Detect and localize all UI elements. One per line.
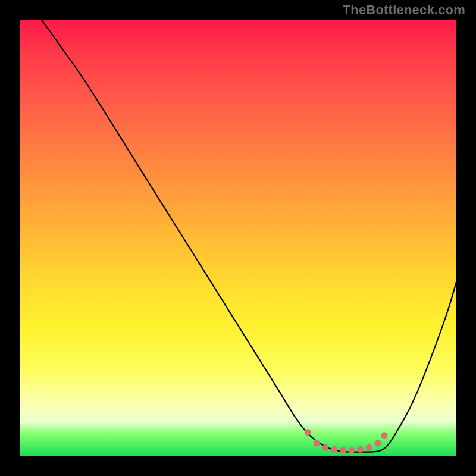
marker-dot — [340, 447, 346, 453]
optimal-range-markers — [20, 20, 456, 456]
marker-dot — [348, 447, 355, 453]
watermark-text: TheBottleneck.com — [343, 2, 465, 18]
marker-dot — [314, 440, 320, 447]
marker-dot — [331, 446, 337, 453]
marker-dot — [322, 444, 328, 451]
marker-dot — [366, 444, 372, 451]
marker-dot — [381, 432, 387, 439]
marker-group — [305, 429, 388, 453]
marker-dot — [305, 429, 311, 436]
chart-frame: TheBottleneck.com — [0, 0, 476, 476]
marker-dot — [357, 446, 364, 453]
marker-dot — [374, 440, 381, 447]
